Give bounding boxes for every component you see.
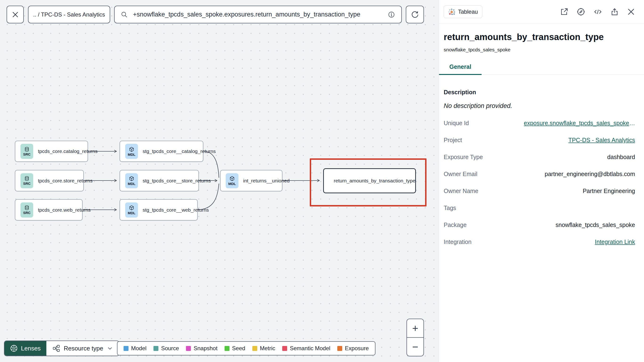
unique-id-link[interactable]: exposure.snowflake_tpcds_sales_spoke (524, 120, 630, 126)
node-label: tpcds_core.web_returns (38, 207, 90, 213)
close-icon (627, 8, 635, 16)
zoom-control: + − (406, 319, 424, 356)
tab-general[interactable]: General (439, 63, 482, 75)
search-value: +snowflake_tpcds_sales_spoke.exposures.r… (133, 11, 382, 18)
search-input[interactable]: +snowflake_tpcds_sales_spoke.exposures.r… (114, 6, 402, 23)
node-label: return_amounts_by_transaction_type (334, 178, 416, 184)
legend-item-semantic-model: Semantic Model (282, 345, 330, 352)
close-lineage-button[interactable] (6, 6, 24, 23)
source-badge-label: Tableau (458, 9, 478, 15)
legend-item-model: Model (124, 345, 146, 352)
compass-icon (577, 8, 585, 16)
node-stg-store-returns[interactable]: MDL stg_tpcds_core__store_returns (120, 170, 199, 191)
node-exposure-return-amounts[interactable]: return_amounts_by_transaction_type (323, 168, 416, 193)
legend-swatch (337, 346, 342, 351)
legend-swatch (154, 346, 158, 351)
resource-type-dropdown[interactable]: Resource type (46, 341, 119, 356)
view-code-button[interactable] (594, 8, 602, 16)
project-link[interactable]: TPC-DS - Sales Analytics (568, 137, 635, 143)
breadcrumb-label: .. / TPC-DS - Sales Analytics (33, 11, 105, 18)
description-label: Description (444, 89, 635, 96)
model-icon: MDL (125, 173, 138, 188)
refresh-icon (411, 11, 419, 19)
page-title: return_amounts_by_transaction_type (444, 32, 635, 42)
legend-item-source: Source (154, 345, 179, 352)
row-integration: Integration Integration Link (444, 239, 635, 245)
panel-header: Tableau (439, 0, 644, 24)
integration-link[interactable]: Integration Link (595, 239, 635, 245)
node-label: stg_tpcds_core__web_returns (143, 207, 209, 213)
model-icon: MDL (125, 144, 138, 159)
node-int-returns-unioned[interactable]: MDL int_returns__unioned (220, 170, 282, 191)
description-empty-text: No description provided. (444, 102, 635, 110)
legend-swatch (282, 346, 287, 351)
resource-type-label: Resource type (64, 345, 103, 352)
resource-legend: Model Source Snapshot Seed Metric Semant… (117, 341, 376, 355)
source-icon: SRC (20, 173, 33, 188)
legend-swatch (252, 346, 257, 351)
explore-button[interactable] (577, 8, 585, 16)
node-stg-web-returns[interactable]: MDL stg_tpcds_core__web_returns (120, 199, 198, 221)
source-icon: SRC (20, 203, 33, 218)
detail-panel: Tableau return_amounts_by_transaction_ty… (439, 0, 644, 362)
node-label: stg_tpcds_core__catalog_returns (143, 148, 216, 154)
legend-item-metric: Metric (252, 345, 275, 352)
panel-actions (560, 8, 635, 16)
lenses-button[interactable]: Lenses (4, 341, 46, 356)
source-icon: SRC (20, 144, 33, 159)
legend-item-exposure: Exposure (337, 345, 368, 352)
resource-type-icon (52, 344, 60, 352)
legend-item-snapshot: Snapshot (186, 345, 217, 352)
panel-tabs: General (439, 63, 644, 75)
node-label: tpcds_core.store_returns (38, 178, 92, 184)
node-source-catalog-returns[interactable]: SRC tpcds_core.catalog_returns (15, 141, 88, 162)
close-panel-button[interactable] (627, 8, 635, 16)
node-source-web-returns[interactable]: SRC tpcds_core.web_returns (15, 199, 82, 221)
external-link-icon (560, 8, 568, 16)
row-exposure-type: Exposure Type dashboard (444, 154, 635, 160)
share-icon (610, 8, 618, 16)
row-project: Project TPC-DS - Sales Analytics (444, 137, 635, 143)
package-subtitle: snowflake_tpcds_sales_spoke (444, 47, 635, 53)
legend-swatch (224, 346, 230, 351)
row-owner-email: Owner Email partner_engineering@dbtlabs.… (444, 171, 635, 177)
lens-toolbar: Lenses Resource type (4, 340, 119, 356)
panel-body: Description No description provided. Uni… (439, 89, 644, 245)
zoom-in-button[interactable]: + (407, 319, 424, 337)
legend-swatch (186, 346, 191, 351)
legend-item-seed: Seed (224, 345, 245, 352)
row-tags: Tags (444, 205, 635, 211)
lenses-label: Lenses (21, 345, 41, 352)
legend-swatch (124, 346, 128, 351)
breadcrumb[interactable]: .. / TPC-DS - Sales Analytics (28, 6, 110, 23)
model-icon: MDL (226, 173, 238, 188)
node-stg-catalog-returns[interactable]: MDL stg_tpcds_core__catalog_returns (120, 141, 203, 162)
row-owner-name: Owner Name Partner Engineering (444, 188, 635, 195)
open-external-button[interactable] (560, 8, 568, 16)
chevron-down-icon (107, 345, 113, 351)
close-icon (12, 11, 19, 18)
code-icon (594, 8, 602, 16)
share-button[interactable] (610, 8, 618, 16)
search-icon (121, 11, 128, 18)
row-unique-id: Unique Id exposure.snowflake_tpcds_sales… (444, 120, 635, 127)
row-package: Package snowflake_tpcds_sales_spoke (444, 222, 635, 228)
model-icon: MDL (125, 203, 138, 218)
unique-id-value: exposure.snowflake_tpcds_sales_spoke… (524, 120, 635, 127)
refresh-lineage-button[interactable] (406, 6, 424, 23)
lens-aperture-icon (10, 344, 18, 352)
node-label: int_returns__unioned (243, 178, 290, 184)
zoom-out-button[interactable]: − (407, 337, 424, 356)
node-label: stg_tpcds_core__store_returns (143, 178, 211, 184)
node-source-store-returns[interactable]: SRC tpcds_core.store_returns (15, 170, 84, 191)
info-icon[interactable] (388, 11, 395, 18)
node-label: tpcds_core.catalog_returns (38, 148, 98, 154)
tableau-source-badge[interactable]: Tableau (444, 6, 482, 18)
tableau-icon (448, 8, 455, 15)
dbt-explorer-lineage-page: { "topbar": { "breadcrumb": ".. / TPC-DS… (0, 0, 644, 362)
